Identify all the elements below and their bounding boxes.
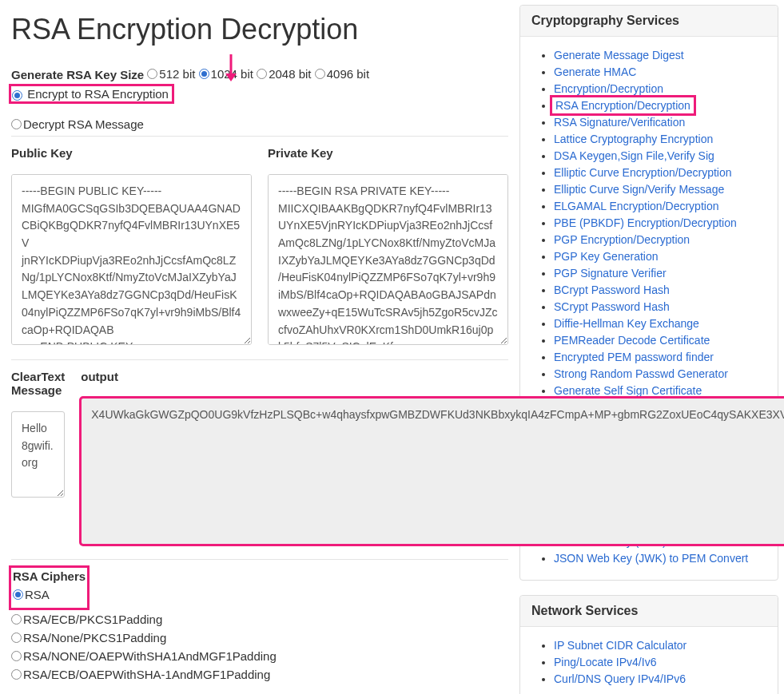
sidebar-link[interactable]: BCrypt Password Hash xyxy=(554,284,670,296)
cipher-option-rsa[interactable]: RSA xyxy=(13,588,86,601)
radio-icon xyxy=(11,651,22,661)
sidebar-link[interactable]: PBE (PBKDF) Encryption/Decryption xyxy=(554,216,737,229)
private-key-label: Private Key xyxy=(268,146,508,160)
cipher-option-label: RSA/None/PKCS1Padding xyxy=(23,631,166,644)
sidebar-item: Lattice Cryptography Encryption xyxy=(554,133,766,145)
sidebar-item: Generate HMAC xyxy=(554,65,766,78)
sidebar-link[interactable]: PGP Key Generation xyxy=(554,250,658,263)
mode-option-encrypt[interactable]: Encrypt to RSA Encryption xyxy=(11,86,172,101)
sidebar-link[interactable]: DSA Keygen,Sign File,Verify Sig xyxy=(554,149,714,162)
sidebar-link[interactable]: IP Subnet CIDR Calculator xyxy=(554,639,686,652)
sidebar-item: PGP Signature Verifier xyxy=(554,267,766,280)
sidebar-link[interactable]: PGP Signature Verifier xyxy=(554,267,667,280)
keysize-option-label: 512 bit xyxy=(159,67,195,81)
radio-icon xyxy=(11,119,22,129)
cipher-option-ecb-oaep-sha1[interactable]: RSA/ECB/OAEPWithSHA-1AndMGF1Padding xyxy=(11,668,508,681)
sidebar-link[interactable]: Generate Message Digest xyxy=(554,49,684,61)
cipher-option-label: RSA/ECB/OAEPWithSHA-1AndMGF1Padding xyxy=(23,668,270,681)
sidebar-link[interactable]: RSA Signature/Verification xyxy=(554,116,685,129)
sidebar-link[interactable]: Lattice Cryptography Encryption xyxy=(554,133,713,145)
crypto-services-title: Cryptopgraphy Services xyxy=(520,6,778,37)
divider xyxy=(11,359,508,360)
sidebar-link[interactable]: SCrypt Password Hash xyxy=(554,300,670,313)
radio-icon xyxy=(11,669,22,680)
keysize-option-label: 2048 bit xyxy=(269,67,311,81)
keysize-option-label: 4096 bit xyxy=(327,67,369,81)
sidebar-item: PBE (PBKDF) Encryption/Decryption xyxy=(554,216,766,229)
sidebar-link[interactable]: RSA Encryption/Decryption xyxy=(554,99,692,112)
keysize-option-4096[interactable]: 4096 bit xyxy=(315,67,369,81)
cleartext-label: ClearText Message xyxy=(11,370,65,397)
sidebar-link[interactable]: ELGAMAL Encryption/Decryption xyxy=(554,200,718,212)
sidebar-link[interactable]: PEMReader Decode Certificate xyxy=(554,334,710,347)
cipher-option-label: RSA/ECB/PKCS1Padding xyxy=(23,613,162,626)
sidebar-item: Diffie-Hellman Key Exchange xyxy=(554,317,766,330)
mode-option-label: Encrypt to RSA Encryption xyxy=(27,87,169,101)
private-key-textarea[interactable] xyxy=(268,174,508,345)
cipher-option-label: RSA xyxy=(25,588,50,601)
keysize-option-label: 1024 bit xyxy=(211,67,253,81)
public-key-label: Public Key xyxy=(11,146,252,160)
sidebar-item: IP Subnet CIDR Calculator xyxy=(554,639,766,652)
ciphers-label: RSA Ciphers xyxy=(13,569,86,585)
output-textarea[interactable]: X4UWkaGkGWGZpQO0UG9kVfzHzPLSQBc+w4qhaysf… xyxy=(81,398,784,545)
sidebar-item: ELGAMAL Encryption/Decryption xyxy=(554,200,766,212)
mode-option-decrypt[interactable]: Decrypt RSA Message xyxy=(11,117,508,131)
sidebar-link[interactable]: Generate HMAC xyxy=(554,65,636,78)
radio-icon xyxy=(13,589,23,600)
cleartext-textarea[interactable] xyxy=(11,411,65,498)
radio-icon xyxy=(199,69,209,79)
sidebar-link[interactable]: Curl/DNS Query IPv4/IPv6 xyxy=(554,672,686,685)
radio-icon xyxy=(12,90,22,101)
sidebar-item: DSA Keygen,Sign File,Verify Sig xyxy=(554,149,766,162)
radio-icon xyxy=(147,69,157,79)
sidebar-link[interactable]: Encryption/Decryption xyxy=(554,82,663,95)
sidebar-item: PGP Key Generation xyxy=(554,250,766,263)
sidebar-item: Encryption/Decryption xyxy=(554,82,766,95)
keysize-label: Generate RSA Key Size xyxy=(11,68,144,81)
radio-icon xyxy=(315,69,325,79)
sidebar-item: Encrypted PEM password finder xyxy=(554,351,766,363)
sidebar-link[interactable]: Encrypted PEM password finder xyxy=(554,351,714,363)
divider xyxy=(11,136,508,137)
keysize-option-1024[interactable]: 1024 bit xyxy=(199,67,253,81)
sidebar-item: PEMReader Decode Certificate xyxy=(554,334,766,347)
sidebar-link[interactable]: Ping/Locate IPv4/Iv6 xyxy=(554,656,656,668)
sidebar-link[interactable]: Elliptic Curve Sign/Verify Message xyxy=(554,183,724,196)
network-services-list: IP Subnet CIDR CalculatorPing/Locate IPv… xyxy=(531,639,766,685)
sidebar-link[interactable]: Elliptic Curve Encryption/Decryption xyxy=(554,166,732,179)
radio-icon xyxy=(257,69,267,79)
divider xyxy=(11,559,508,560)
sidebar-item: SCrypt Password Hash xyxy=(554,300,766,313)
keysize-option-512[interactable]: 512 bit xyxy=(147,67,195,81)
page-title: RSA Encryption Decryption xyxy=(11,13,508,46)
network-services-title: Network Services xyxy=(520,596,778,627)
sidebar-item: PGP Encryption/Decryption xyxy=(554,233,766,246)
sidebar-item: JSON Web Key (JWK) to PEM Convert xyxy=(554,552,766,565)
cipher-option-none-pkcs1[interactable]: RSA/None/PKCS1Padding xyxy=(11,631,508,644)
cipher-option-label: RSA/NONE/OAEPWithSHA1AndMGF1Padding xyxy=(23,649,277,663)
public-key-textarea[interactable] xyxy=(11,174,252,345)
keysize-option-2048[interactable]: 2048 bit xyxy=(257,67,311,81)
keysize-row: Generate RSA Key Size 512 bit 1024 bit 2… xyxy=(11,67,508,81)
network-services-panel: Network Services IP Subnet CIDR Calculat… xyxy=(519,595,778,694)
mode-option-label: Decrypt RSA Message xyxy=(23,117,144,131)
sidebar-item: RSA Encryption/Decryption xyxy=(554,99,766,112)
sidebar-link[interactable]: PGP Encryption/Decryption xyxy=(554,233,690,246)
cipher-option-none-oaep-sha1[interactable]: RSA/NONE/OAEPWithSHA1AndMGF1Padding xyxy=(11,649,508,663)
cipher-option-ecb-pkcs1[interactable]: RSA/ECB/PKCS1Padding xyxy=(11,613,508,626)
sidebar-item: Generate Message Digest xyxy=(554,49,766,61)
sidebar-item: BCrypt Password Hash xyxy=(554,284,766,296)
sidebar-item: Elliptic Curve Sign/Verify Message xyxy=(554,183,766,196)
sidebar-link[interactable]: JSON Web Key (JWK) to PEM Convert xyxy=(554,552,748,565)
sidebar-item: Curl/DNS Query IPv4/IPv6 xyxy=(554,672,766,685)
radio-icon xyxy=(11,633,22,643)
output-label: output xyxy=(81,370,784,383)
sidebar-link[interactable]: Diffie-Hellman Key Exchange xyxy=(554,317,699,330)
sidebar-item: Elliptic Curve Encryption/Decryption xyxy=(554,166,766,179)
sidebar-item: RSA Signature/Verification xyxy=(554,116,766,129)
sidebar-item: Ping/Locate IPv4/Iv6 xyxy=(554,656,766,668)
radio-icon xyxy=(11,614,22,625)
